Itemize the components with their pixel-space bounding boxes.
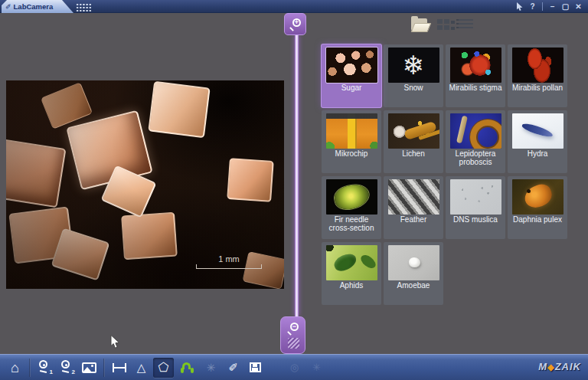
mirabilis-stigma-thumbnail bbox=[450, 48, 501, 83]
save-button[interactable] bbox=[245, 358, 266, 378]
magnifier-plus-icon: + bbox=[289, 18, 301, 30]
camera-2-button[interactable]: 2 bbox=[57, 358, 77, 378]
gallery-item-snow[interactable]: ❄ Snow bbox=[384, 44, 443, 107]
dns-muslica-thumbnail bbox=[450, 179, 501, 215]
camera-1-button[interactable]: 1 bbox=[34, 358, 55, 378]
measure-area-button[interactable]: ⬠ bbox=[153, 358, 174, 378]
gallery-item-feather[interactable]: Feather bbox=[384, 176, 443, 239]
measure-length-button[interactable] bbox=[109, 358, 129, 378]
labcamera-window: ✐ LabCamera ? – ▢ ✕ 1 mm bbox=[0, 0, 588, 380]
home-icon: ⌂ bbox=[11, 361, 19, 375]
lichen-thumbnail bbox=[388, 113, 439, 149]
burst-capture-button[interactable]: ✳ bbox=[201, 358, 221, 378]
zoom-slider-thumb[interactable]: − bbox=[280, 316, 305, 354]
scale-bar-label: 1 mm bbox=[196, 254, 262, 264]
mozaik-logo: M◆ZAIK bbox=[538, 361, 581, 372]
gallery-item-label: Mirabilis stigma bbox=[446, 83, 505, 92]
gallery-item-label: Snow bbox=[384, 83, 443, 92]
app-title: LabCamera bbox=[14, 2, 54, 11]
magnifier-minus-icon: − bbox=[287, 323, 299, 334]
gallery-item-fir-needle[interactable]: Fir needle cross-section bbox=[322, 176, 381, 239]
gallery-item-daphnia-pulex[interactable]: Daphnia pulex bbox=[508, 176, 567, 239]
sugar-thumbnail bbox=[326, 48, 377, 83]
pencil-icon: ✐ bbox=[228, 361, 238, 375]
pointer-mode-icon[interactable] bbox=[514, 1, 524, 12]
titlebar: ✐ LabCamera ? – ▢ ✕ bbox=[0, 0, 588, 13]
app-tab[interactable]: ✐ LabCamera bbox=[2, 0, 74, 13]
mirabilis-pollan-thumbnail bbox=[512, 48, 564, 83]
gallery-item-lepidoptera-proboscis[interactable]: Lepidoptera proboscis bbox=[446, 110, 505, 173]
draw-tools-button[interactable]: ✐ bbox=[223, 358, 243, 378]
gallery-item-amoebae[interactable]: Amoebae bbox=[384, 242, 443, 305]
gallery-item-label: Sugar bbox=[322, 83, 381, 92]
gallery-item-mikrochip[interactable]: Mikrochip bbox=[322, 110, 381, 173]
gallery-item-label: Mirabilis pollan bbox=[508, 83, 567, 92]
sample-gallery: Sugar ❄ Snow Mirabilis stigma Mirabilis … bbox=[322, 44, 580, 305]
floppy-disk-icon bbox=[250, 362, 261, 372]
list-view-icon[interactable] bbox=[459, 19, 473, 21]
open-folder-icon[interactable] bbox=[410, 16, 430, 32]
thumb-grip-texture bbox=[288, 338, 299, 349]
scale-bar-line bbox=[196, 264, 262, 269]
snapshot-button[interactable] bbox=[79, 358, 100, 378]
mikrochip-thumbnail bbox=[326, 113, 377, 149]
gallery-item-aphids[interactable]: Aphids bbox=[322, 242, 381, 305]
minimize-button[interactable]: – bbox=[547, 1, 557, 12]
home-button[interactable]: ⌂ bbox=[5, 358, 25, 378]
webcam-1-icon: 1 bbox=[38, 360, 51, 375]
picture-icon bbox=[82, 362, 96, 373]
micrograph-view[interactable]: 1 mm bbox=[6, 80, 284, 289]
gallery-item-dns-muslica[interactable]: DNS muslica bbox=[446, 176, 505, 239]
measure-angle-button[interactable]: △ bbox=[131, 358, 152, 378]
gallery-item-lichen[interactable]: Lichen bbox=[384, 110, 443, 173]
zoom-in-button[interactable]: + bbox=[284, 13, 306, 35]
gallery-item-hydra[interactable]: Hydra bbox=[508, 110, 567, 173]
disabled-tool-button-1: ◎ bbox=[284, 358, 305, 378]
disabled-tool-button-2: ✳ bbox=[306, 358, 327, 378]
gallery-item-mirabilis-stigma[interactable]: Mirabilis stigma bbox=[446, 44, 505, 107]
grid-view-icon[interactable] bbox=[437, 19, 443, 24]
bottom-toolbar: ⌂ 1 2 △ ⬠ bbox=[0, 354, 588, 380]
gallery-item-label: Lepidoptera proboscis bbox=[446, 149, 505, 166]
hydra-thumbnail bbox=[512, 113, 564, 149]
gallery-item-label: Amoebae bbox=[384, 280, 443, 290]
snow-thumbnail: ❄ bbox=[388, 48, 439, 83]
drag-grip-dots-icon[interactable] bbox=[76, 3, 92, 11]
gallery-item-label: Feather bbox=[384, 215, 443, 224]
diamond-icon: ◆ bbox=[547, 362, 554, 372]
mouse-cursor bbox=[110, 335, 120, 352]
amoebae-thumbnail bbox=[388, 245, 439, 280]
fir-needle-thumbnail bbox=[326, 179, 377, 215]
circle-icon: ◎ bbox=[290, 362, 299, 373]
close-button[interactable]: ✕ bbox=[573, 1, 583, 12]
lepidoptera-proboscis-thumbnail bbox=[450, 113, 501, 149]
snowflake-icon: ❄ bbox=[403, 52, 425, 78]
gallery-item-mirabilis-pollan[interactable]: Mirabilis pollan bbox=[508, 44, 567, 107]
webcam-2-icon: 2 bbox=[60, 360, 74, 375]
gallery-item-label: Fir needle cross-section bbox=[322, 215, 381, 232]
feather-thumbnail bbox=[388, 179, 439, 215]
help-button[interactable]: ? bbox=[528, 1, 537, 12]
burst-icon: ✳ bbox=[207, 362, 216, 374]
maximize-button[interactable]: ▢ bbox=[560, 1, 570, 12]
audio-button[interactable] bbox=[178, 358, 199, 378]
gallery-item-sugar[interactable]: Sugar bbox=[322, 44, 381, 107]
gallery-item-label: DNS muslica bbox=[446, 215, 505, 224]
triangle-icon: △ bbox=[137, 361, 146, 375]
length-measure-icon bbox=[113, 363, 126, 372]
gallery-item-label: Lichen bbox=[384, 149, 443, 158]
star-icon: ✳ bbox=[312, 362, 321, 373]
gallery-item-label: Aphids bbox=[322, 280, 381, 290]
gallery-item-label: Hydra bbox=[508, 149, 567, 158]
pen-tool-icon: ✐ bbox=[5, 3, 11, 11]
toolbar-divider bbox=[103, 359, 105, 377]
polygon-icon: ⬠ bbox=[158, 360, 169, 375]
gallery-item-label: Daphnia pulex bbox=[508, 215, 567, 224]
zoom-slider-track[interactable] bbox=[295, 34, 299, 316]
gallery-item-label: Mikrochip bbox=[322, 149, 381, 158]
daphnia-pulex-thumbnail bbox=[512, 179, 564, 215]
scale-bar: 1 mm bbox=[196, 254, 262, 269]
window-controls: ? – ▢ ✕ bbox=[514, 0, 583, 13]
headset-icon bbox=[182, 362, 195, 373]
aphids-thumbnail bbox=[326, 245, 377, 280]
